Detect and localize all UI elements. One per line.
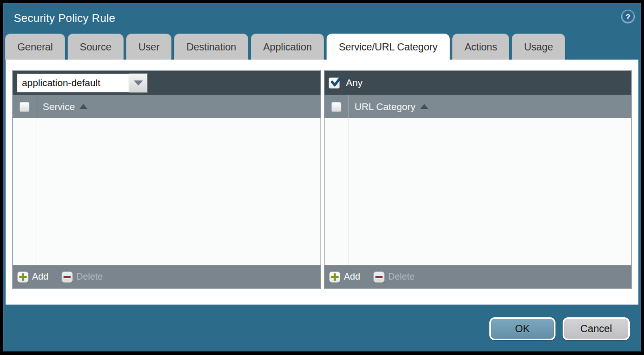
tab-destination[interactable]: Destination [174, 34, 248, 60]
chevron-down-icon [134, 80, 143, 86]
url-category-list [325, 118, 631, 265]
minus-icon [373, 271, 385, 283]
url-category-select-all-checkbox[interactable] [331, 102, 341, 112]
url-category-delete-button[interactable]: Delete [373, 271, 415, 283]
help-icon[interactable]: ? [621, 10, 635, 23]
minus-icon [62, 271, 73, 283]
service-table-header: Service [13, 95, 320, 118]
service-type-dropdown-button[interactable] [129, 73, 148, 93]
service-column-header[interactable]: Service [43, 101, 75, 113]
any-label: Any [346, 77, 363, 89]
service-select-all-checkbox[interactable] [19, 102, 30, 112]
tab-application[interactable]: Application [251, 34, 324, 60]
service-add-button[interactable]: Add [17, 271, 48, 283]
plus-icon [329, 271, 340, 283]
dialog-button-bar: OK Cancel [3, 305, 641, 351]
tab-source[interactable]: Source [68, 34, 124, 60]
service-type-input[interactable] [17, 73, 129, 93]
tab-bar: General Source User Destination Applicat… [3, 34, 641, 60]
tab-user[interactable]: User [126, 34, 171, 60]
tab-actions[interactable]: Actions [452, 34, 509, 60]
tab-usage[interactable]: Usage [512, 34, 565, 60]
service-delete-button[interactable]: Delete [62, 271, 103, 283]
title-bar: Security Policy Rule ? [3, 3, 641, 34]
sort-asc-icon [79, 104, 87, 109]
ok-button[interactable]: OK [489, 317, 555, 340]
delete-button-label: Delete [388, 271, 415, 282]
service-type-combo [17, 73, 148, 93]
url-category-column-header[interactable]: URL Category [355, 101, 416, 113]
service-panel: Service Add [12, 70, 321, 289]
any-checkbox[interactable] [329, 77, 340, 89]
add-button-label: Add [344, 271, 360, 282]
url-category-panel-toolbar: Any [325, 71, 631, 95]
service-list [13, 118, 320, 265]
tab-service-url-category[interactable]: Service/URL Category [327, 34, 450, 60]
url-category-panel: Any URL Category [324, 70, 632, 289]
tab-content: Service Add [6, 60, 638, 305]
tab-general[interactable]: General [5, 34, 65, 60]
delete-button-label: Delete [76, 271, 103, 282]
add-button-label: Add [32, 271, 48, 282]
url-category-panel-footer: Add Delete [325, 265, 631, 288]
security-policy-rule-dialog: Security Policy Rule ? General Source Us… [3, 3, 641, 351]
sort-asc-icon [420, 104, 428, 109]
cancel-button[interactable]: Cancel [563, 317, 630, 340]
plus-icon [17, 271, 28, 283]
url-category-table-header: URL Category [325, 95, 631, 118]
page-title: Security Policy Rule [14, 12, 115, 25]
url-category-add-button[interactable]: Add [329, 271, 360, 283]
service-panel-footer: Add Delete [13, 265, 320, 288]
service-panel-toolbar [13, 71, 320, 95]
